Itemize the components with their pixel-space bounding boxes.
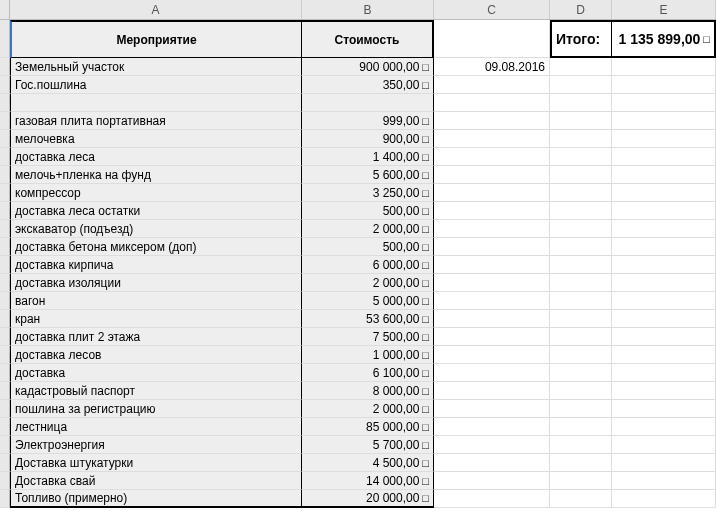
spreadsheet[interactable]: A B C D E Мероприятие Стоимость Итого: 1… xyxy=(0,0,716,511)
cell-d[interactable] xyxy=(550,346,612,364)
cell-c[interactable] xyxy=(434,364,550,382)
item-cost[interactable]: 4 500,00□ xyxy=(302,454,434,472)
item-cost[interactable]: 7 500,00□ xyxy=(302,328,434,346)
cell-e[interactable] xyxy=(612,112,716,130)
col-header-e[interactable]: E xyxy=(612,0,716,19)
cell-c[interactable] xyxy=(434,166,550,184)
cell-c[interactable] xyxy=(434,292,550,310)
cell-d[interactable] xyxy=(550,400,612,418)
item-label[interactable]: Гос.пошлина xyxy=(10,76,302,94)
row-header[interactable] xyxy=(0,436,10,454)
item-cost[interactable]: 2 000,00□ xyxy=(302,220,434,238)
cell-d[interactable] xyxy=(550,130,612,148)
row-header[interactable] xyxy=(0,220,10,238)
item-label[interactable]: компрессор xyxy=(10,184,302,202)
row-header[interactable] xyxy=(0,148,10,166)
cell-d[interactable] xyxy=(550,202,612,220)
cell-c[interactable] xyxy=(434,346,550,364)
header-cost[interactable]: Стоимость xyxy=(302,20,434,58)
header-item[interactable]: Мероприятие xyxy=(10,20,302,58)
cell-d[interactable] xyxy=(550,472,612,490)
cell-d[interactable] xyxy=(550,274,612,292)
cell-c[interactable] xyxy=(434,220,550,238)
cell-e[interactable] xyxy=(612,472,716,490)
item-cost[interactable]: 350,00□ xyxy=(302,76,434,94)
cell-d[interactable] xyxy=(550,112,612,130)
cell-e[interactable] xyxy=(612,220,716,238)
cell-d[interactable] xyxy=(550,166,612,184)
cell-c[interactable] xyxy=(434,490,550,508)
item-cost[interactable]: 14 000,00□ xyxy=(302,472,434,490)
row-header[interactable] xyxy=(0,130,10,148)
row-header[interactable] xyxy=(0,256,10,274)
row-header[interactable] xyxy=(0,490,10,508)
cell-e[interactable] xyxy=(612,364,716,382)
cell-e[interactable] xyxy=(612,184,716,202)
col-header-b[interactable]: B xyxy=(302,0,434,19)
item-cost[interactable]: 900 000,00□ xyxy=(302,58,434,76)
item-label[interactable]: кадастровый паспорт xyxy=(10,382,302,400)
cell-d[interactable] xyxy=(550,256,612,274)
cell-e[interactable] xyxy=(612,58,716,76)
row-header[interactable] xyxy=(0,454,10,472)
row-header[interactable] xyxy=(0,364,10,382)
cell-d[interactable] xyxy=(550,364,612,382)
item-cost[interactable]: 8 000,00□ xyxy=(302,382,434,400)
item-cost[interactable]: 2 000,00□ xyxy=(302,400,434,418)
item-cost[interactable]: 85 000,00□ xyxy=(302,418,434,436)
row-header[interactable] xyxy=(0,112,10,130)
cell-d[interactable] xyxy=(550,94,612,112)
item-cost[interactable]: 1 000,00□ xyxy=(302,346,434,364)
item-label[interactable]: Доставка штукатурки xyxy=(10,454,302,472)
cell-d[interactable] xyxy=(550,148,612,166)
row-header[interactable] xyxy=(0,292,10,310)
cell-e[interactable] xyxy=(612,400,716,418)
cell-c[interactable] xyxy=(434,454,550,472)
cell-e[interactable] xyxy=(612,490,716,508)
row-header[interactable] xyxy=(0,184,10,202)
row-header[interactable] xyxy=(0,274,10,292)
col-header-a[interactable]: A xyxy=(10,0,302,19)
cell-c[interactable] xyxy=(434,148,550,166)
cell-c[interactable] xyxy=(434,76,550,94)
cell-e[interactable] xyxy=(612,256,716,274)
cell-c[interactable] xyxy=(434,400,550,418)
cell-e[interactable] xyxy=(612,274,716,292)
cell-d[interactable] xyxy=(550,310,612,328)
cell-e[interactable] xyxy=(612,292,716,310)
row-header[interactable] xyxy=(0,58,10,76)
item-cost[interactable]: 6 100,00□ xyxy=(302,364,434,382)
item-label[interactable]: кран xyxy=(10,310,302,328)
cell-c[interactable] xyxy=(434,256,550,274)
cell-c[interactable] xyxy=(434,436,550,454)
item-label[interactable] xyxy=(10,94,302,112)
cell-e[interactable] xyxy=(612,166,716,184)
item-cost[interactable]: 500,00□ xyxy=(302,238,434,256)
cell-d[interactable] xyxy=(550,382,612,400)
cell-c[interactable] xyxy=(434,130,550,148)
cell-e[interactable] xyxy=(612,130,716,148)
item-cost[interactable]: 20 000,00□ xyxy=(302,490,434,508)
cell-d[interactable] xyxy=(550,220,612,238)
item-cost[interactable]: 900,00□ xyxy=(302,130,434,148)
item-label[interactable]: Электроэнергия xyxy=(10,436,302,454)
cell-d[interactable] xyxy=(550,292,612,310)
row-header[interactable] xyxy=(0,328,10,346)
row-header[interactable] xyxy=(0,400,10,418)
item-cost[interactable]: 500,00□ xyxy=(302,202,434,220)
row-header[interactable] xyxy=(0,20,10,58)
cell-c[interactable]: 09.08.2016 xyxy=(434,58,550,76)
item-cost[interactable]: 2 000,00□ xyxy=(302,274,434,292)
item-label[interactable]: экскаватор (подъезд) xyxy=(10,220,302,238)
total-label[interactable]: Итого: xyxy=(550,20,612,58)
item-label[interactable]: Доставка свай xyxy=(10,472,302,490)
cell-e[interactable] xyxy=(612,94,716,112)
cell-c[interactable] xyxy=(434,382,550,400)
item-label[interactable]: доставка бетона миксером (доп) xyxy=(10,238,302,256)
item-label[interactable]: доставка xyxy=(10,364,302,382)
row-header[interactable] xyxy=(0,94,10,112)
cell-e[interactable] xyxy=(612,238,716,256)
cell-d[interactable] xyxy=(550,238,612,256)
item-cost[interactable]: 3 250,00□ xyxy=(302,184,434,202)
item-cost[interactable]: 5 700,00□ xyxy=(302,436,434,454)
